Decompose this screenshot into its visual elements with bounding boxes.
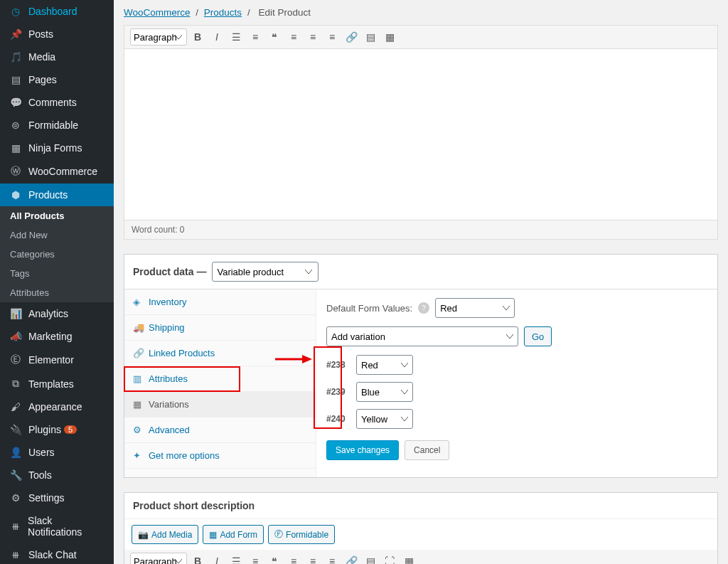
align-center-button[interactable]: ≡ [304,28,321,46]
submenu-attributes[interactable]: Attributes [0,283,114,302]
woo-icon: ⓦ [9,165,23,178]
bullet-list-button[interactable]: ☰ [228,28,245,46]
quote-button[interactable]: ❝ [266,28,283,46]
product-type-select[interactable]: Variable product [212,262,318,282]
cancel-button[interactable]: Cancel [405,440,449,460]
breadcrumb-current: Edit Product [258,7,311,18]
go-button[interactable]: Go [524,326,552,346]
menu-dashboard[interactable]: ◷Dashboard [0,0,114,23]
align-left-button[interactable]: ≡ [285,28,302,46]
menu-plugins[interactable]: 🔌Plugins5 [0,418,114,441]
number-list-button[interactable]: ≡ [247,553,264,564]
variation-row-239[interactable]: #239 Blue [326,382,707,402]
menu-templates[interactable]: ⧉Templates [0,372,114,395]
variation-value-select[interactable]: Red [356,355,413,375]
menu-pages[interactable]: ▤Pages [0,68,114,91]
menu-slack-chat[interactable]: ⧻Slack Chat [0,543,114,564]
short-description-panel: Product short description 📷Add Media ▦Ad… [124,492,718,564]
menu-comments[interactable]: 💬Comments [0,91,114,114]
page-icon: ▤ [9,74,23,85]
bold-button[interactable]: B [189,553,206,564]
tab-linked-products[interactable]: 🔗Linked Products [124,341,316,366]
submenu-all-products[interactable]: All Products [0,206,114,225]
add-media-button[interactable]: 📷Add Media [132,525,198,544]
italic-button[interactable]: I [208,28,225,46]
insert-more-button[interactable]: ▤ [362,28,379,46]
variation-row-240[interactable]: #240 Yellow [326,409,707,429]
breadcrumb-woocommerce[interactable]: WooCommerce [124,7,191,18]
bold-button[interactable]: B [189,28,206,46]
brush-icon: 🖌 [9,401,23,413]
submenu-add-new[interactable]: Add New [0,225,114,245]
tab-get-more[interactable]: ✦Get more options [124,443,316,469]
tab-inventory[interactable]: ◈Inventory [124,289,316,315]
variation-row-238[interactable]: #238 Red [326,355,707,375]
align-right-button[interactable]: ≡ [323,28,341,46]
link-button[interactable]: 🔗 [343,28,360,46]
tab-shipping[interactable]: 🚚Shipping [124,315,316,341]
menu-posts[interactable]: 📌Posts [0,23,114,46]
shipping-icon: 🚚 [133,322,143,333]
toolbar-toggle-button[interactable]: ▦ [381,28,398,46]
breadcrumb-products[interactable]: Products [204,7,242,18]
menu-elementor[interactable]: ⒺElementor [0,348,114,372]
align-right-button[interactable]: ≡ [323,553,341,564]
product-data-panel: Product data — Variable product ◈Invento… [124,254,718,478]
insert-more-button[interactable]: ▤ [362,553,379,564]
admin-sidebar: ◷Dashboard 📌Posts 🎵Media ▤Pages 💬Comment… [0,0,114,564]
chart-icon: 📊 [9,308,23,319]
product-data-header: Product data — Variable product [124,255,717,289]
help-icon[interactable]: ? [418,302,429,314]
user-icon: 👤 [9,447,23,458]
add-form-button[interactable]: ▦Add Form [203,525,264,544]
inventory-icon: ◈ [133,297,143,307]
format-select[interactable]: Paragraph [130,28,187,46]
editor-textarea[interactable] [124,49,717,220]
templates-icon: ⧉ [9,378,23,390]
add-variation-select[interactable]: Add variation [326,326,518,346]
align-center-button[interactable]: ≡ [304,553,321,564]
slack-icon: ⧻ [9,549,23,560]
menu-ninja-forms[interactable]: ▦Ninja Forms [0,137,114,159]
save-changes-button[interactable]: Save changes [326,440,399,460]
submenu-tags[interactable]: Tags [0,264,114,283]
default-value-select[interactable]: Red [435,298,515,318]
quote-button[interactable]: ❝ [266,553,283,564]
default-values-label: Default Form Values: [326,303,412,314]
formidable-button[interactable]: ⒻFormidable [268,525,335,544]
elementor-icon: Ⓔ [9,353,23,366]
pin-icon: 📌 [9,28,23,40]
wrench-icon: 🔧 [9,469,23,481]
variation-id: #239 [326,387,349,397]
editor-toolbar: Paragraph B I ☰ ≡ ❝ ≡ ≡ ≡ 🔗 ▤ ▦ [124,26,717,49]
variation-value-select[interactable]: Yellow [356,409,413,429]
number-list-button[interactable]: ≡ [247,28,264,46]
menu-slack-notifications[interactable]: ⧻Slack Notifications [0,509,114,543]
menu-marketing[interactable]: 📣Marketing [0,325,114,348]
menu-products[interactable]: ⬢Products [0,183,114,206]
menu-users[interactable]: 👤Users [0,441,114,464]
menu-tools[interactable]: 🔧Tools [0,464,114,486]
tab-variations[interactable]: ▦Variations [124,392,316,417]
slack-icon: ⧻ [9,521,22,532]
format-select[interactable]: Paragraph [130,553,187,564]
submenu-categories[interactable]: Categories [0,245,114,264]
menu-settings[interactable]: ⚙Settings [0,486,114,509]
tab-advanced[interactable]: ⚙Advanced [124,417,316,443]
italic-button[interactable]: I [208,553,225,564]
menu-appearance[interactable]: 🖌Appearance [0,395,114,418]
variations-panel: Default Form Values: ? Red Add variation… [316,289,717,477]
link-button[interactable]: 🔗 [343,553,360,564]
menu-formidable[interactable]: ⊜Formidable [0,114,114,137]
menu-woocommerce[interactable]: ⓦWooCommerce [0,159,114,183]
menu-media[interactable]: 🎵Media [0,46,114,68]
align-left-button[interactable]: ≡ [285,553,302,564]
tab-attributes[interactable]: ▥Attributes [124,366,316,392]
bullet-list-button[interactable]: ☰ [228,553,245,564]
variation-value-select[interactable]: Blue [356,382,413,402]
media-icon: 📷 [138,530,149,540]
menu-analytics[interactable]: 📊Analytics [0,302,114,325]
fullscreen-button[interactable]: ⛶ [381,553,398,564]
toolbar-toggle-button[interactable]: ▦ [400,553,417,564]
short-desc-toolbar: Paragraph B I ☰ ≡ ❝ ≡ ≡ ≡ 🔗 ▤ ⛶ ▦ [124,550,717,564]
